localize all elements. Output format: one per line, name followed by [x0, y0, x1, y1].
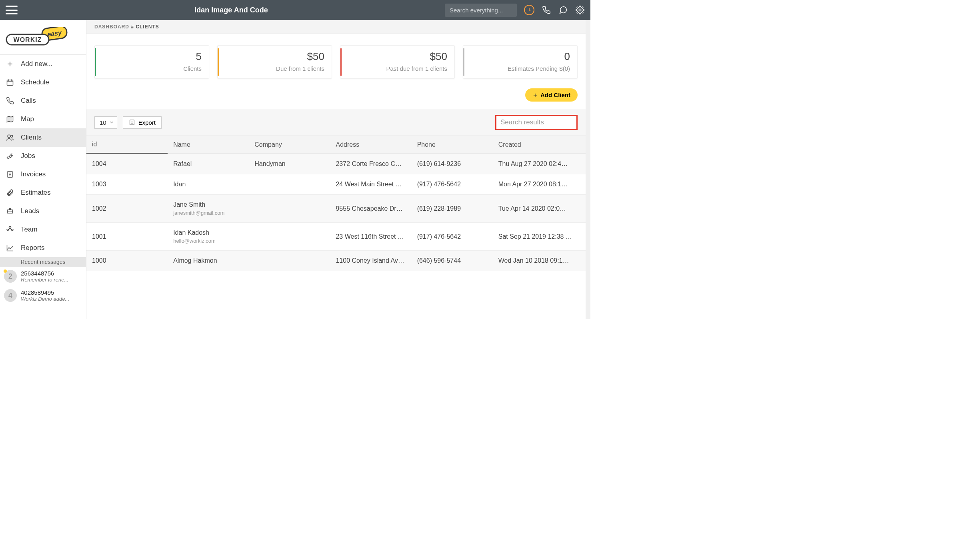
sidebar-item-add-new-[interactable]: Add new... [0, 55, 86, 73]
cell-id: 1002 [86, 195, 168, 223]
table-row[interactable]: 1003Idan24 West Main Street …(917) 476-5… [86, 174, 586, 195]
stat-label: Past due from 1 clients [348, 65, 447, 72]
cell-id: 1004 [86, 154, 168, 174]
page-title: Idan Image And Code [18, 6, 445, 14]
cell-created: Mon Apr 27 2020 08:1… [493, 174, 586, 195]
cell-name: Almog Hakmon [168, 251, 249, 271]
cell-company [249, 251, 330, 271]
sidebar-item-label: Clients [21, 134, 42, 142]
column-header[interactable]: Phone [412, 136, 493, 154]
cell-phone: (917) 476-5642 [412, 223, 493, 251]
export-button[interactable]: Export [123, 116, 162, 129]
breadcrumb-current: CLIENTS [136, 24, 159, 30]
cell-id: 1003 [86, 174, 168, 195]
table-search-input[interactable] [495, 115, 578, 130]
cell-name: Rafael [168, 154, 249, 174]
cell-company [249, 174, 330, 195]
sidebar-item-label: Jobs [21, 152, 35, 160]
sidebar-item-label: Add new... [21, 60, 52, 68]
cell-company: Handyman [249, 154, 330, 174]
sidebar-item-schedule[interactable]: Schedule [0, 73, 86, 92]
brand-logo[interactable]: easy WORKIZ [0, 20, 86, 55]
stat-label: Due from 1 clients [225, 65, 324, 72]
cell-name: Jane Smithjanesmith@gmail.com [168, 195, 249, 223]
global-search-input[interactable] [445, 4, 517, 17]
sidebar-item-team[interactable]: Team [0, 220, 86, 239]
menu-toggle[interactable] [6, 6, 18, 14]
svg-point-21 [9, 208, 10, 210]
sidebar-item-label: Leads [21, 207, 39, 215]
column-header[interactable]: Company [249, 136, 330, 154]
svg-text:WORKIZ: WORKIZ [14, 36, 42, 43]
cell-address: 1100 Coney Island Av… [330, 251, 411, 271]
cell-address: 9555 Chesapeake Dr… [330, 195, 411, 223]
stat-card[interactable]: 5Clients [94, 45, 209, 79]
sidebar-item-jobs[interactable]: Jobs [0, 147, 86, 165]
table-row[interactable]: 1000Almog Hakmon1100 Coney Island Av…(64… [86, 251, 586, 271]
column-header[interactable]: Name [168, 136, 249, 154]
sidebar-item-calls[interactable]: Calls [0, 92, 86, 110]
reports-icon [6, 244, 14, 252]
vertical-scrollbar[interactable] [586, 20, 590, 319]
cell-created: Thu Aug 27 2020 02:4… [493, 154, 586, 174]
cell-phone: (646) 596-5744 [412, 251, 493, 271]
cell-phone: (619) 614-9236 [412, 154, 493, 174]
svg-point-14 [8, 135, 10, 138]
svg-text:$: $ [10, 174, 11, 177]
stat-card[interactable]: $50Past due from 1 clients [340, 45, 455, 79]
settings-gear-icon[interactable] [575, 5, 585, 15]
sidebar-item-clients[interactable]: Clients [0, 128, 86, 147]
cell-address: 2372 Corte Fresco C… [330, 154, 411, 174]
column-header[interactable]: id [86, 136, 168, 154]
sidebar-item-invoices[interactable]: $Invoices [0, 165, 86, 184]
phone-icon [6, 96, 14, 105]
stat-card[interactable]: $50Due from 1 clients [217, 45, 332, 79]
users-icon [6, 133, 14, 142]
spreadsheet-icon [129, 119, 135, 126]
sidebar-item-label: Reports [21, 244, 45, 252]
invoice-icon: $ [6, 170, 14, 179]
main-nav: Add new...ScheduleCallsMapClientsJobs$In… [0, 55, 86, 257]
breadcrumb-root[interactable]: DASHBOARD [94, 24, 129, 30]
add-client-button[interactable]: Add Client [525, 88, 578, 102]
svg-point-15 [11, 135, 13, 137]
table-row[interactable]: 1002Jane Smithjanesmith@gmail.com9555 Ch… [86, 195, 586, 223]
cell-created: Tue Apr 14 2020 02:0… [493, 195, 586, 223]
breadcrumb: DASHBOARD # CLIENTS [86, 20, 586, 34]
stat-card[interactable]: 0Estimates Pending $(0) [463, 45, 578, 79]
stat-value: $50 [225, 50, 324, 63]
row-email: hello@workiz.com [173, 238, 243, 244]
cell-created: Wed Jan 10 2018 09:1… [493, 251, 586, 271]
sidebar-item-label: Invoices [21, 170, 46, 178]
dialer-phone-icon[interactable] [542, 5, 551, 15]
clock-icon[interactable] [524, 5, 534, 15]
table-row[interactable]: 1004RafaelHandyman2372 Corte Fresco C…(6… [86, 154, 586, 174]
page-size-select[interactable]: 10 [94, 116, 117, 129]
sidebar-item-map[interactable]: Map [0, 110, 86, 128]
svg-rect-29 [130, 120, 134, 125]
sidebar-item-estimates[interactable]: Estimates [0, 184, 86, 202]
chat-icon[interactable] [558, 5, 568, 15]
top-bar: Idan Image And Code [0, 0, 590, 20]
sidebar-item-leads[interactable]: Leads [0, 202, 86, 220]
recent-number: 2563448756 [21, 270, 68, 277]
svg-marker-11 [7, 116, 13, 122]
svg-point-0 [579, 9, 581, 11]
plus-icon [532, 92, 538, 98]
tools-icon [6, 152, 14, 160]
column-header[interactable]: Address [330, 136, 411, 154]
cell-name: Idan Kadoshhello@workiz.com [168, 223, 249, 251]
table-row[interactable]: 1001Idan Kadoshhello@workiz.com23 West 1… [86, 223, 586, 251]
sidebar-item-label: Map [21, 115, 34, 123]
stat-value: 0 [470, 50, 570, 63]
sidebar-item-reports[interactable]: Reports [0, 239, 86, 257]
recent-message[interactable]: 22563448756Remember to rene... [0, 267, 86, 286]
cell-phone: (917) 476-5642 [412, 174, 493, 195]
sidebar: easy WORKIZ Add new...ScheduleCallsMapCl… [0, 20, 86, 319]
calendar-icon [6, 78, 14, 87]
column-header[interactable]: Created [493, 136, 586, 154]
main-area: DASHBOARD # CLIENTS 5Clients$50Due from … [86, 20, 586, 319]
cell-company [249, 195, 330, 223]
recent-messages-list: 22563448756Remember to rene...4402858949… [0, 267, 86, 305]
recent-message[interactable]: 44028589495Workiz Demo adde... [0, 286, 86, 305]
